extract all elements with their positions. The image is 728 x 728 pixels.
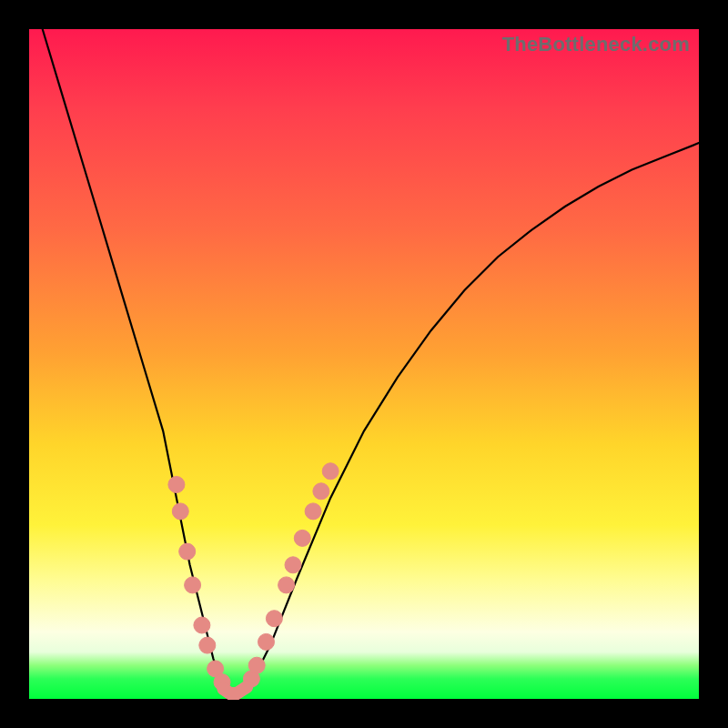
curve-marker [199,637,216,653]
plot-area: TheBottleneck.com [29,29,699,699]
markers-left-group [168,477,230,691]
curve-marker [194,617,210,633]
curve-marker [322,463,339,480]
curve-marker [172,503,188,520]
curve-marker [168,477,185,493]
curve-marker [313,483,329,500]
curve-marker [278,577,295,593]
curve-marker [285,557,301,573]
markers-right-group [243,463,339,687]
curve-marker [248,657,265,673]
bottleneck-curve [43,29,699,695]
valley-link [223,687,247,693]
curve-marker [258,633,275,650]
chart-frame: TheBottleneck.com [0,0,728,728]
curve-marker [185,577,201,593]
curve-marker [294,530,310,546]
curve-marker [266,611,282,627]
curve-marker [305,503,321,520]
chart-svg [29,29,699,699]
curve-marker [179,543,196,560]
